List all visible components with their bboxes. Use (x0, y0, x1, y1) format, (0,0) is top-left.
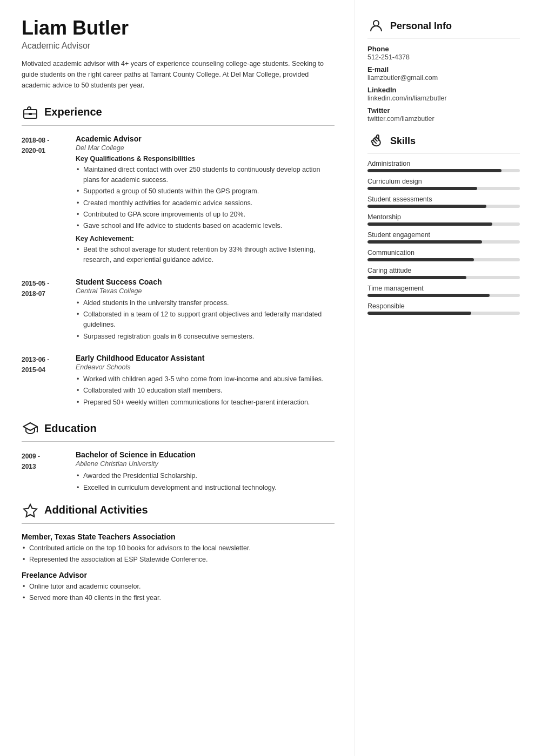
activity-title: Freelance Advisor (22, 571, 335, 579)
skill-name: Student assessments (367, 195, 520, 203)
bullet-item: Maintained direct contact with over 250 … (76, 165, 335, 186)
education-section: Education 2009 - 2013Bachelor of Science… (22, 420, 335, 494)
activities-section-header: Additional Activities (22, 502, 335, 519)
entry-date: 2015-05 - 2018-07 (22, 278, 76, 343)
twitter-label: Twitter (367, 106, 520, 114)
email-label: E-mail (367, 65, 520, 73)
candidate-summary: Motivated academic advisor with 4+ years… (22, 58, 335, 91)
personal-info-divider (367, 38, 520, 38)
skill-bar-bg (367, 222, 520, 226)
activity-bullet-item: Contributed article on the top 10 books … (22, 543, 335, 554)
activities-divider (22, 523, 335, 524)
svg-point-7 (373, 21, 379, 26)
entry-bullets: Maintained direct contact with over 250 … (76, 165, 335, 232)
skill-name: Communication (367, 249, 520, 256)
skill-item: Student assessments (367, 195, 520, 208)
skill-item: Student engagement (367, 231, 520, 244)
email-value: liamzbutler@gmail.com (367, 74, 520, 82)
linkedin-label: LinkedIn (367, 86, 520, 94)
activity-bullets: Contributed article on the top 10 books … (22, 543, 335, 565)
activities-entries: Member, Texas State Teachers Association… (22, 532, 335, 604)
activities-section: Additional Activities Member, Texas Stat… (22, 502, 335, 604)
skills-list: AdministrationCurriculum designStudent a… (367, 160, 520, 315)
skill-name: Administration (367, 160, 520, 167)
svg-marker-6 (24, 504, 37, 517)
bullet-item: Created monthly activities for academic … (76, 198, 335, 208)
entry-jobtitle: Student Success Coach (76, 278, 335, 286)
side-column: Personal Info Phone 512-251-4378 E-mail … (354, 0, 535, 756)
svg-rect-2 (29, 113, 32, 115)
skills-header: Skills (367, 132, 520, 150)
education-divider (22, 441, 335, 442)
skill-bar-fill (367, 294, 490, 297)
achievement-item: Beat the school average for student rete… (76, 245, 335, 266)
experience-section-header: Experience (22, 104, 335, 121)
experience-entries: 2018-08 - 2020-01Academic AdvisorDel Mar… (22, 134, 335, 409)
education-entries: 2009 - 2013Bachelor of Science in Educat… (22, 450, 335, 494)
activities-title: Additional Activities (44, 504, 148, 516)
skill-bar-bg (367, 240, 520, 244)
skill-bar-bg (367, 312, 520, 315)
edu-date: 2009 - 2013 (22, 450, 76, 494)
institution-name: Abilene Christian University (76, 460, 335, 468)
header: Liam Butler Academic Advisor Motivated a… (22, 17, 335, 91)
skills-divider (367, 153, 520, 153)
skill-item: Communication (367, 249, 520, 261)
candidate-name: Liam Butler (22, 17, 335, 39)
education-title: Education (44, 422, 97, 435)
skill-item: Responsible (367, 302, 520, 315)
candidate-title: Academic Advisor (22, 41, 335, 51)
skills-section: Skills AdministrationCurriculum designSt… (367, 132, 520, 315)
degree-title: Bachelor of Science in Education (76, 450, 335, 459)
entry-date: 2018-08 - 2020-01 (22, 134, 76, 267)
skill-name: Curriculum design (367, 178, 520, 185)
skill-name: Mentorship (367, 213, 520, 221)
activity-bullet-item: Online tutor and academic counselor. (22, 582, 335, 592)
personal-info-header: Personal Info (367, 17, 520, 35)
entry-company: Endeavor Schools (76, 363, 335, 371)
experience-section: Experience 2018-08 - 2020-01Academic Adv… (22, 104, 335, 409)
skill-bar-fill (367, 312, 471, 315)
skill-item: Mentorship (367, 213, 520, 226)
entry-content: Early Childhood Educator AssistantEndeav… (76, 354, 335, 409)
skill-bar-bg (367, 169, 520, 172)
qualifications-label: Key Qualifications & Responsibilities (76, 155, 335, 163)
skill-bar-bg (367, 258, 520, 261)
edu-content: Bachelor of Science in EducationAbilene … (76, 450, 335, 494)
skills-icon (367, 132, 385, 150)
phone-label: Phone (367, 45, 520, 53)
skill-name: Responsible (367, 302, 520, 310)
edu-bullets: Awarded the Presidential Scholarship.Exc… (76, 471, 335, 493)
resume-container: Liam Butler Academic Advisor Motivated a… (0, 0, 535, 756)
skill-bar-bg (367, 187, 520, 190)
education-entry: 2009 - 2013Bachelor of Science in Educat… (22, 450, 335, 494)
skill-name: Time management (367, 285, 520, 292)
skill-bar-fill (367, 276, 466, 279)
bullet-item: Worked with children aged 3-5 who come f… (76, 374, 335, 384)
experience-entry: 2015-05 - 2018-07Student Success CoachCe… (22, 278, 335, 343)
skill-name: Caring attitude (367, 267, 520, 274)
experience-icon (22, 104, 39, 121)
skill-bar-fill (367, 187, 477, 190)
svg-marker-3 (23, 423, 37, 430)
activity-bullet-item: Served more than 40 clients in the first… (22, 593, 335, 603)
bullet-item: Gave school and life advice to students … (76, 221, 335, 231)
personal-info-section: Personal Info Phone 512-251-4378 E-mail … (367, 17, 520, 123)
skill-bar-fill (367, 169, 501, 172)
entry-jobtitle: Academic Advisor (76, 134, 335, 143)
bullet-item: Surpassed registration goals in 6 consec… (76, 332, 335, 342)
entry-content: Academic AdvisorDel Mar CollegeKey Quali… (76, 134, 335, 267)
experience-entry: 2013-06 - 2015-04Early Childhood Educato… (22, 354, 335, 409)
entry-content: Student Success CoachCentral Texas Colle… (76, 278, 335, 343)
activities-icon (22, 502, 39, 519)
skill-bar-fill (367, 240, 482, 244)
bullet-item: Collaborated in a team of 12 to support … (76, 309, 335, 330)
education-section-header: Education (22, 420, 335, 437)
experience-divider (22, 125, 335, 126)
experience-entry: 2018-08 - 2020-01Academic AdvisorDel Mar… (22, 134, 335, 267)
skill-bar-bg (367, 205, 520, 208)
skill-item: Curriculum design (367, 178, 520, 190)
skill-bar-bg (367, 276, 520, 279)
entry-bullets: Worked with children aged 3-5 who come f… (76, 374, 335, 408)
skill-bar-bg (367, 294, 520, 297)
